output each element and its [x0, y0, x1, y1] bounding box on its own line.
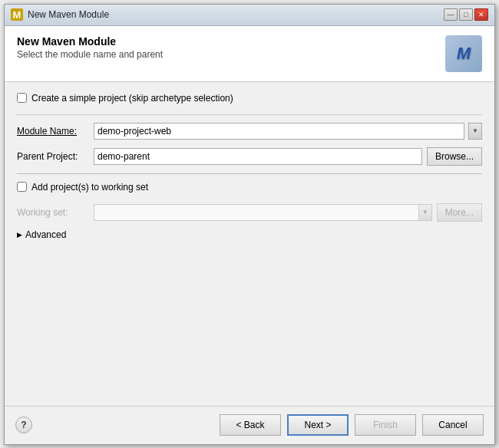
dialog-header-text: New Maven Module Select the module name … [17, 35, 163, 60]
dialog-content: Create a simple project (skip archetype … [5, 82, 494, 406]
advanced-label: Advanced [25, 229, 66, 240]
cancel-button[interactable]: Cancel [422, 414, 484, 436]
help-button[interactable]: ? [15, 417, 32, 433]
browse-button[interactable]: Browse... [427, 147, 482, 166]
module-name-row: Module Name: ▼ [17, 123, 482, 140]
parent-project-input-container: Browse... [94, 147, 482, 166]
separator-1 [17, 114, 482, 115]
module-name-input-container: ▼ [94, 123, 482, 140]
maven-icon: M [445, 35, 482, 72]
advanced-row[interactable]: ▶ Advanced [17, 229, 482, 240]
maven-icon-label: M [457, 44, 471, 64]
dialog-subtitle: Select the module name and parent [17, 49, 163, 60]
module-name-label: Module Name: [17, 126, 94, 137]
dialog-window: M New Maven Module — □ ✕ New Maven Modul… [4, 4, 495, 445]
back-button[interactable]: < Back [220, 414, 281, 436]
dialog-title: New Maven Module [17, 35, 163, 48]
working-set-row: Working set: ▼ More... [17, 203, 482, 222]
title-bar: M New Maven Module — □ ✕ [5, 5, 494, 26]
minimize-button[interactable]: — [444, 8, 458, 21]
title-bar-buttons: — □ ✕ [444, 8, 488, 21]
working-set-dropdown[interactable]: ▼ [418, 204, 432, 221]
parent-project-label: Parent Project: [17, 151, 94, 162]
footer-buttons: < Back Next > Finish Cancel [220, 414, 484, 436]
dialog-header: New Maven Module Select the module name … [5, 26, 494, 82]
divider-line [17, 173, 482, 174]
working-set-checkbox-row: Add project(s) to working set [17, 182, 482, 193]
advanced-arrow-icon: ▶ [17, 231, 22, 239]
simple-project-checkbox[interactable] [17, 93, 27, 103]
dialog-footer: ? < Back Next > Finish Cancel [5, 406, 494, 444]
finish-button[interactable]: Finish [355, 414, 416, 436]
more-button[interactable]: More... [437, 203, 482, 222]
close-button[interactable]: ✕ [474, 8, 488, 21]
title-bar-left: M New Maven Module [11, 8, 109, 21]
simple-project-row: Create a simple project (skip archetype … [17, 93, 482, 104]
parent-project-input[interactable] [94, 148, 422, 165]
parent-project-row: Parent Project: Browse... [17, 147, 482, 166]
maven-title-icon: M [11, 8, 23, 21]
working-set-checkbox[interactable] [17, 182, 27, 192]
working-set-label: Working set: [17, 207, 94, 218]
module-name-dropdown[interactable]: ▼ [468, 123, 482, 140]
simple-project-label[interactable]: Create a simple project (skip archetype … [31, 93, 233, 104]
module-name-input[interactable] [94, 123, 464, 140]
working-set-checkbox-label[interactable]: Add project(s) to working set [31, 182, 148, 193]
next-button[interactable]: Next > [287, 414, 349, 436]
maximize-button[interactable]: □ [459, 8, 473, 21]
footer-left: ? [15, 417, 32, 433]
title-bar-text: New Maven Module [28, 9, 109, 20]
working-set-input[interactable] [94, 204, 419, 221]
